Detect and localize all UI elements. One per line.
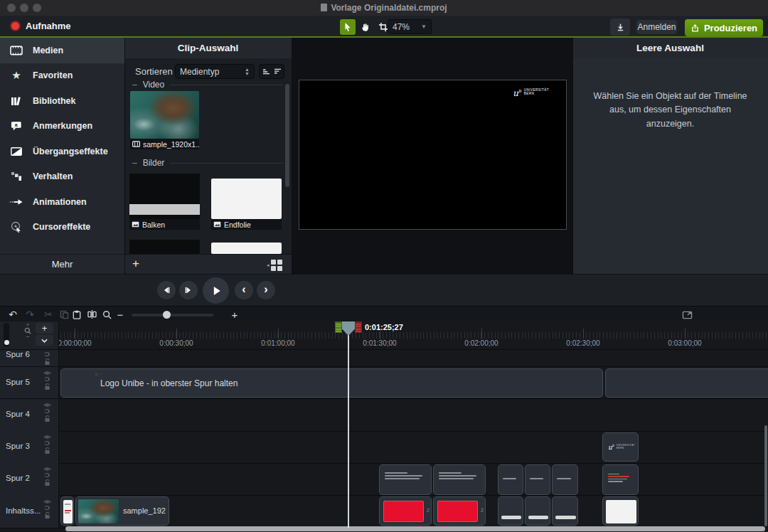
sort-direction-buttons[interactable] [259, 64, 284, 79]
timeline-zoom-in-button[interactable]: + [230, 307, 240, 322]
import-download-button[interactable] [610, 18, 630, 36]
magnet-icon[interactable]: Ɔ [44, 472, 50, 479]
sidebar-item-favoriten[interactable]: ★ Favoriten [0, 63, 124, 89]
image-thumbnail-partial-white[interactable] [211, 243, 282, 254]
copy-button[interactable] [57, 307, 71, 322]
image-thumbnail-partial-dark[interactable] [129, 240, 200, 254]
clip-balken-image[interactable] [498, 496, 523, 526]
clip-text-annotation[interactable] [498, 464, 523, 495]
undo-button[interactable]: ↶ [6, 307, 20, 322]
clip-panel-scrollbar[interactable] [285, 84, 289, 187]
track-height-slider[interactable] [4, 323, 9, 347]
magnet-icon[interactable]: Ɔ [44, 440, 50, 447]
jump-forward-button[interactable]: › [257, 281, 275, 299]
lock-icon[interactable] [44, 512, 50, 519]
clip-logo-unibe[interactable]: ‹·· Logo Unibe - in oberster Spur halten [60, 368, 603, 398]
properties-panel-body: Wählen Sie ein Objekt auf der Timeline a… [572, 58, 768, 274]
image-thumbnail-endfolie[interactable] [211, 179, 282, 219]
record-button[interactable] [10, 21, 21, 31]
clip-title-partial[interactable] [60, 496, 74, 526]
sidebar-item-uebergangseffekte[interactable]: Übergangseffekte [0, 139, 124, 164]
lock-icon[interactable] [44, 383, 50, 390]
redo-button[interactable]: ↷ [23, 307, 37, 322]
track-options-button[interactable] [36, 335, 53, 346]
timeline-zoom-slider[interactable] [132, 314, 213, 316]
eye-icon[interactable] [43, 435, 51, 440]
clip-text-annotation[interactable] [379, 464, 432, 495]
split-button[interactable] [85, 307, 99, 322]
playhead-out-handle[interactable] [355, 321, 362, 333]
sidebar-item-bibliothek[interactable]: Bibliothek [0, 88, 124, 114]
paste-button[interactable] [70, 307, 84, 322]
timeline-zoom-slider-thumb[interactable] [163, 311, 171, 319]
sidebar-item-medien[interactable]: Medien [0, 38, 124, 63]
step-back-button[interactable] [157, 281, 176, 299]
track-zoom-mini[interactable]: + − [23, 322, 32, 339]
lock-icon[interactable] [44, 415, 50, 422]
sort-select[interactable]: Medientyp ▲▼ [175, 64, 255, 79]
track-header-spur3[interactable]: Spur 3 Ɔ [0, 431, 59, 462]
track-header-spur5[interactable]: Spur 5 Ɔ [0, 367, 59, 398]
sidebar-mehr-button[interactable]: Mehr [0, 254, 124, 274]
bilder-section-header[interactable]: – Bilder [132, 158, 283, 168]
add-track-button[interactable]: + [36, 323, 53, 334]
video-thumbnail-sample[interactable] [130, 91, 199, 139]
eye-icon[interactable] [43, 499, 51, 504]
add-media-button[interactable]: + [132, 257, 139, 271]
timeline-ruler[interactable]: 0:00:00;00 0:00:30;00 0:01:00;00 0:01:30… [59, 339, 768, 349]
clip-red-image[interactable]: 2 [433, 496, 486, 526]
pan-tool-button[interactable] [358, 19, 373, 35]
detach-timeline-button[interactable] [679, 307, 695, 322]
clip-balken-image[interactable] [552, 496, 578, 526]
video-stage[interactable]: ub UNIVERSITÄTBERN [299, 80, 567, 230]
magnet-icon[interactable]: Ɔ [44, 408, 50, 415]
clip-text-annotation[interactable] [602, 464, 639, 495]
step-forward-button[interactable] [179, 281, 198, 299]
timeline-vertical-scrollbar[interactable] [764, 425, 767, 526]
cut-button[interactable]: ✂ [41, 307, 55, 322]
playhead-line[interactable] [348, 321, 349, 528]
magnet-icon[interactable]: Ɔ [44, 505, 50, 511]
timeline-zoom-out-button[interactable]: − [115, 307, 125, 322]
sidebar-item-animationen[interactable]: Animationen [0, 189, 124, 215]
track-header-inhalt[interactable]: Inhaltss... Ɔ [0, 495, 59, 528]
produzieren-button[interactable]: Produzieren [685, 19, 763, 36]
clip-red-image[interactable]: 2 [379, 496, 432, 526]
clip-text-annotation[interactable] [433, 464, 486, 495]
magnet-icon[interactable]: Ɔ [44, 351, 50, 358]
eye-icon[interactable] [43, 403, 51, 408]
clip-spur5-continuation[interactable] [605, 368, 768, 398]
canvas-zoom-select[interactable]: 47% ▼ [388, 19, 432, 34]
track-height-slider-thumb[interactable] [4, 340, 9, 345]
timeline-horizontal-scrollbar[interactable] [65, 526, 765, 531]
cursor-tool-button[interactable] [340, 19, 356, 35]
eye-icon[interactable] [43, 371, 51, 376]
lock-icon[interactable] [44, 447, 50, 454]
play-icon [210, 285, 222, 297]
playhead-in-handle[interactable] [335, 321, 342, 333]
track-header-spur2[interactable]: Spur 2 Ɔ [0, 463, 59, 494]
clip-text-annotation[interactable] [525, 464, 550, 495]
lock-icon[interactable] [44, 358, 50, 366]
sidebar-item-anmerkungen[interactable]: a Anmerkungen [0, 114, 124, 139]
behavior-icon [0, 171, 33, 181]
video-section-header[interactable]: – Video [132, 80, 283, 90]
clip-logo-thumbnail[interactable]: ub UNIVERSITÄTBERN [602, 432, 639, 462]
clip-text-annotation[interactable] [552, 464, 578, 495]
track-header-spur4[interactable]: Spur 4 Ɔ [0, 399, 59, 430]
sidebar-item-verhalten[interactable]: Verhalten [0, 164, 124, 190]
clip-sample-video[interactable]: sample_192 [75, 496, 169, 526]
play-button[interactable] [203, 277, 229, 304]
thumbnail-view-button[interactable]: ◂ [267, 260, 282, 271]
magnet-icon[interactable]: Ɔ [44, 376, 50, 383]
track-header-spur6[interactable]: Spur 6 Ɔ [0, 350, 59, 366]
film-mini-icon [132, 141, 140, 147]
image-thumbnail-balken[interactable] [129, 174, 200, 219]
clip-endfolie-image[interactable] [602, 496, 639, 526]
eye-icon[interactable] [43, 467, 51, 472]
jump-back-button[interactable]: ‹ [235, 281, 253, 299]
clip-balken-image[interactable] [525, 496, 550, 526]
sidebar-item-cursoreffekte[interactable]: Cursoreffekte [0, 215, 124, 240]
anmelden-button[interactable]: Anmelden [636, 20, 677, 34]
lock-icon[interactable] [44, 479, 50, 486]
